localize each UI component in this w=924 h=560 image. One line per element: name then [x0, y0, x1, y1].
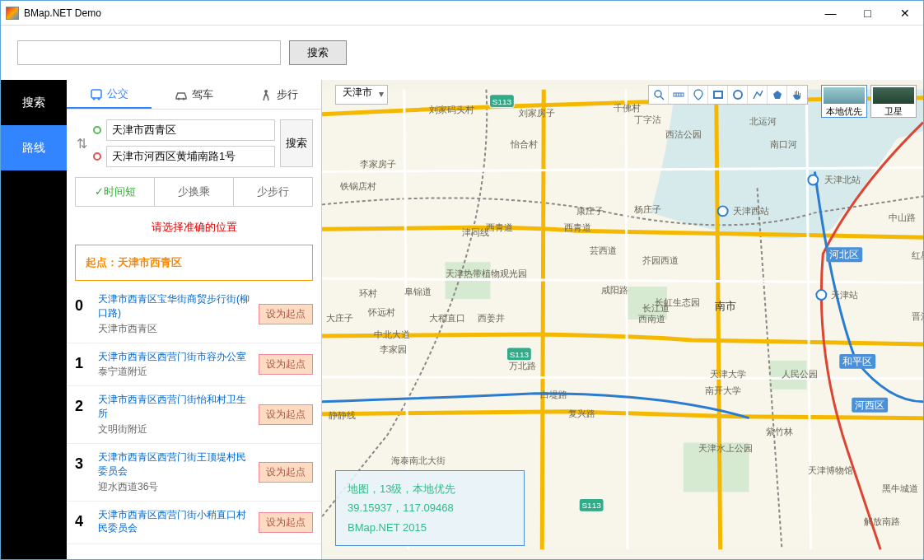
svg-point-1	[93, 97, 96, 100]
nav-route[interactable]: 路线	[1, 125, 67, 170]
svg-line-77	[660, 96, 664, 100]
svg-point-5	[264, 90, 268, 93]
svg-text:南开大学: 南开大学	[705, 385, 741, 395]
svg-text:S113: S113	[581, 501, 601, 510]
set-origin-button[interactable]: 设为起点	[259, 512, 313, 533]
hand-tool-icon[interactable]	[787, 86, 807, 104]
swap-icon[interactable]: ⇅	[75, 136, 88, 152]
tab-bus-label: 公交	[107, 86, 128, 101]
line-tool-icon[interactable]	[748, 86, 768, 104]
origin-box: 起点：天津市西青区	[75, 245, 313, 281]
alert-text: 请选择准确的位置	[67, 215, 321, 240]
result-name[interactable]: 天津市西青区西营门街王顶堤村民委员会	[98, 450, 250, 478]
tab-walk[interactable]: 步行	[236, 80, 321, 109]
result-index: 4	[75, 508, 90, 530]
result-addr: 天津市西青区	[98, 322, 250, 336]
map-canvas[interactable]: S113 S113 S113 河北区 和平区 河西区 天津北站 天津西站 天津站…	[322, 80, 923, 559]
result-index: 1	[75, 350, 90, 372]
svg-text:万北路: 万北路	[509, 361, 536, 371]
results-list[interactable]: 0 天津市西青区宝华街商贸步行街(柳口路) 天津市西青区 设为起点 1 天津市西…	[67, 286, 321, 559]
svg-text:芥园西道: 芥园西道	[642, 255, 679, 265]
close-button[interactable]: ✕	[886, 1, 923, 26]
svg-text:红星路: 红星路	[912, 250, 923, 260]
zoom-tool-icon[interactable]	[649, 86, 669, 104]
dest-input[interactable]	[106, 146, 275, 167]
filter-time[interactable]: 时间短	[76, 178, 155, 206]
svg-text:南市: 南市	[715, 300, 736, 312]
svg-text:阜锦道: 阜锦道	[404, 287, 432, 296]
set-origin-button[interactable]: 设为起点	[259, 304, 313, 324]
route-search-button[interactable]: 搜索	[280, 119, 313, 167]
result-addr: 泰宁道附近	[98, 365, 250, 379]
city-selector[interactable]: 天津市	[335, 85, 388, 105]
svg-text:中山路: 中山路	[889, 212, 916, 222]
svg-text:北运河: 北运河	[749, 116, 777, 126]
side-panel: 公交 驾车 步行 ⇅	[67, 80, 322, 559]
svg-text:晋江路: 晋江路	[912, 311, 923, 321]
filter-walk[interactable]: 少步行	[234, 178, 312, 206]
minimize-button[interactable]: ―	[812, 1, 849, 26]
marker-tool-icon[interactable]	[688, 86, 708, 104]
svg-text:南口河: 南口河	[771, 139, 798, 149]
svg-text:西青道: 西青道	[564, 222, 591, 232]
svg-text:天津水上公园: 天津水上公园	[698, 443, 753, 453]
svg-text:天津热带植物观光园: 天津热带植物观光园	[446, 268, 527, 278]
result-name[interactable]: 天津市西青区西营门街小稍直口村民委员会	[98, 508, 250, 536]
top-search-button[interactable]: 搜索	[289, 40, 347, 65]
titlebar: BMap.NET Demo ― □ ✕	[1, 1, 923, 26]
svg-text:S113: S113	[492, 97, 512, 106]
maximize-button[interactable]: □	[849, 1, 886, 26]
svg-text:怡合村: 怡合村	[510, 139, 538, 149]
svg-text:津同线: 津同线	[462, 227, 489, 237]
svg-text:河北区: 河北区	[829, 249, 859, 260]
maptype-sat-label: 卫星	[884, 106, 903, 116]
svg-text:大稍直口: 大稍直口	[429, 313, 465, 323]
svg-text:S113: S113	[510, 350, 530, 359]
result-item[interactable]: 0 天津市西青区宝华街商贸步行街(柳口路) 天津市西青区 设为起点	[67, 286, 321, 343]
svg-text:人民公园: 人民公园	[782, 369, 818, 379]
result-item[interactable]: 2 天津市西青区西营门街怡和村卫生所 文明街附近 设为起点	[67, 386, 321, 444]
rect-tool-icon[interactable]	[708, 86, 728, 104]
svg-text:李家园: 李家园	[380, 344, 407, 354]
svg-text:河西区: 河西区	[855, 399, 884, 411]
origin-input[interactable]	[106, 119, 275, 141]
svg-text:黑牛城道: 黑牛城道	[882, 483, 918, 493]
result-name[interactable]: 天津市西青区西营门街怡和村卫生所	[98, 393, 250, 421]
svg-text:环村: 环村	[359, 288, 377, 298]
svg-point-23	[808, 175, 818, 184]
tab-car[interactable]: 驾车	[152, 80, 236, 109]
result-item[interactable]: 3 天津市西青区西营门街王顶堤村民委员会 迎水西道36号 设为起点	[67, 444, 321, 502]
svg-text:天津博物馆: 天津博物馆	[808, 465, 853, 475]
svg-text:和平区: 和平区	[842, 356, 872, 367]
result-name[interactable]: 天津市西青区宝华街商贸步行街(柳口路)	[98, 292, 250, 320]
info-line3: BMap.NET 2015	[348, 518, 512, 537]
svg-text:怀远村: 怀远村	[367, 307, 395, 317]
nav-search[interactable]: 搜索	[1, 80, 67, 125]
set-origin-button[interactable]: 设为起点	[259, 354, 313, 375]
result-name[interactable]: 天津市西青区西营门街市容办公室	[98, 350, 250, 364]
result-item[interactable]: 1 天津市西青区西营门街市容办公室 泰宁道附近 设为起点	[67, 343, 321, 387]
left-nav: 搜索 路线	[1, 80, 67, 559]
result-item[interactable]: 4 天津市西青区西营门街小稍直口村民委员会 设为起点	[67, 502, 321, 545]
tab-bus[interactable]: 公交	[67, 80, 152, 109]
top-search-input[interactable]	[17, 40, 281, 65]
bus-icon	[90, 88, 103, 100]
svg-text:静静线: 静静线	[329, 410, 356, 420]
set-origin-button[interactable]: 设为起点	[259, 462, 313, 483]
svg-point-25	[718, 206, 728, 216]
svg-point-83	[734, 91, 742, 99]
map-tools	[648, 85, 808, 105]
maptype-satellite[interactable]: 卫星	[870, 85, 917, 118]
ruler-tool-icon[interactable]	[669, 86, 688, 104]
svg-text:西姜井: 西姜井	[478, 313, 505, 323]
svg-text:咸阳路: 咸阳路	[601, 285, 628, 295]
svg-text:紫竹林: 紫竹林	[766, 427, 793, 436]
result-index: 3	[75, 450, 90, 473]
filter-transfer[interactable]: 少换乘	[155, 178, 234, 206]
dest-dot-icon	[93, 152, 101, 161]
polygon-tool-icon[interactable]	[768, 86, 787, 104]
circle-tool-icon[interactable]	[728, 86, 748, 104]
maptype-local-label: 本地优先	[826, 106, 862, 116]
set-origin-button[interactable]: 设为起点	[259, 404, 313, 425]
maptype-local[interactable]: 本地优先	[821, 85, 867, 118]
